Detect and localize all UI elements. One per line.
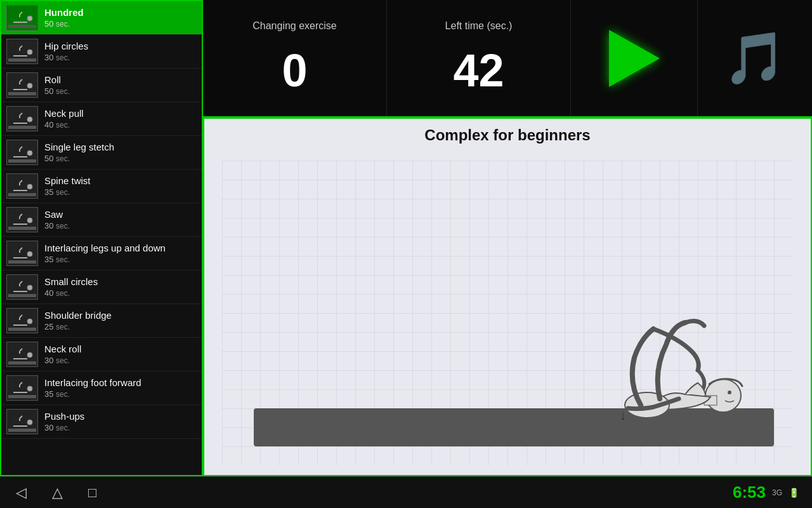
- svg-point-74: [27, 420, 32, 425]
- exercise-info-5: Single leg stetch50 sec.: [44, 142, 197, 163]
- svg-rect-55: [8, 328, 36, 331]
- exercise-item-10[interactable]: Shoulder bridge25 sec.: [1, 304, 202, 338]
- svg-rect-49: [8, 294, 36, 297]
- exercise-info-4: Neck pull40 sec.: [44, 108, 197, 130]
- exercise-duration-11: 30 sec.: [44, 356, 197, 365]
- exercise-name-10: Shoulder bridge: [44, 310, 197, 321]
- svg-point-56: [27, 319, 32, 324]
- exercise-info-9: Small circles40 sec.: [44, 276, 197, 298]
- exercise-display: Complex for beginners: [203, 117, 812, 476]
- exercise-item-3[interactable]: Roll50 sec.: [1, 69, 202, 102]
- exercise-duration-2: 30 sec.: [44, 53, 197, 62]
- nav-buttons: ◁ △ □: [13, 481, 100, 504]
- left-time-value: 42: [453, 44, 504, 97]
- exercise-duration-1: 50 sec.: [44, 19, 197, 29]
- right-panel: Changing exercise 0 Left time (sec.) 42 …: [203, 0, 812, 476]
- svg-rect-7: [8, 58, 36, 62]
- svg-text:↓: ↓: [620, 407, 627, 423]
- play-button[interactable]: [603, 27, 666, 90]
- exercise-item-4[interactable]: Neck pull40 sec.: [1, 102, 202, 136]
- exercise-item-1[interactable]: Hundred50 sec.: [1, 1, 202, 35]
- signal-indicator: 3G: [772, 488, 782, 497]
- svg-rect-37: [8, 227, 36, 230]
- exercise-thumb-4: [6, 106, 38, 131]
- svg-rect-79: [254, 408, 774, 446]
- svg-rect-25: [8, 159, 36, 163]
- status-right: 6:53 3G 🔋: [733, 483, 799, 502]
- exercise-thumb-12: [6, 375, 38, 401]
- music-icon: 🎵: [723, 33, 787, 84]
- exercise-name-9: Small circles: [44, 276, 197, 287]
- exercise-name-11: Neck roll: [44, 344, 197, 354]
- exercise-info-12: Interlacing foot forward35 sec.: [44, 377, 197, 399]
- exercise-duration-3: 50 sec.: [44, 86, 197, 96]
- exercise-thumb-2: [6, 39, 38, 64]
- recent-button[interactable]: □: [85, 481, 100, 504]
- svg-rect-19: [8, 126, 36, 129]
- music-section[interactable]: 🎵: [698, 0, 812, 116]
- svg-point-84: [728, 391, 731, 394]
- status-bar: ◁ △ □ 6:53 3G 🔋: [0, 476, 812, 508]
- exercise-info-3: Roll50 sec.: [44, 74, 197, 96]
- svg-point-14: [27, 83, 32, 88]
- exercise-name-1: Hundred: [44, 7, 197, 18]
- svg-rect-43: [8, 260, 36, 264]
- exercise-item-8[interactable]: Interlacing legs up and down35 sec.: [1, 237, 202, 271]
- exercise-item-2[interactable]: Hip circles30 sec.: [1, 35, 202, 69]
- top-controls: Changing exercise 0 Left time (sec.) 42 …: [203, 0, 812, 117]
- clock: 6:53: [733, 483, 766, 502]
- battery-icon: 🔋: [789, 488, 799, 498]
- exercise-duration-7: 30 sec.: [44, 221, 197, 231]
- exercise-figure: ↓: [222, 161, 793, 465]
- exercise-duration-4: 40 sec.: [44, 120, 197, 130]
- exercise-thumb-7: [6, 207, 38, 232]
- exercise-duration-13: 30 sec.: [44, 423, 197, 432]
- exercise-duration-5: 50 sec.: [44, 154, 197, 163]
- figure-container: ↓: [204, 150, 811, 475]
- back-button[interactable]: ◁: [13, 481, 30, 504]
- svg-point-26: [27, 150, 32, 156]
- svg-point-20: [27, 117, 32, 122]
- home-button[interactable]: △: [49, 481, 66, 504]
- exercise-thumb-1: [6, 5, 38, 30]
- left-time-box: Left time (sec.) 42: [387, 0, 571, 116]
- svg-rect-61: [8, 361, 36, 364]
- exercise-item-6[interactable]: Spine twist35 sec.: [1, 170, 202, 203]
- exercise-info-6: Spine twist35 sec.: [44, 175, 197, 197]
- exercise-title: Complex for beginners: [204, 119, 811, 152]
- changing-exercise-value: 0: [282, 44, 307, 97]
- exercise-info-13: Push-ups30 sec.: [44, 411, 197, 432]
- svg-point-2: [27, 16, 32, 21]
- exercise-info-11: Neck roll30 sec.: [44, 344, 197, 365]
- svg-rect-1: [8, 25, 36, 28]
- svg-point-62: [27, 352, 32, 358]
- exercise-name-5: Single leg stetch: [44, 142, 197, 152]
- exercise-item-11[interactable]: Neck roll30 sec.: [1, 338, 202, 371]
- exercise-item-13[interactable]: Push-ups30 sec.: [1, 405, 202, 439]
- exercise-duration-8: 35 sec.: [44, 255, 197, 264]
- exercise-duration-12: 35 sec.: [44, 389, 197, 399]
- exercise-sidebar: Hundred50 sec. Hip circles30 sec. Roll50…: [0, 0, 203, 476]
- svg-point-44: [27, 251, 32, 257]
- exercise-item-9[interactable]: Small circles40 sec.: [1, 271, 202, 304]
- exercise-info-2: Hip circles30 sec.: [44, 41, 197, 62]
- exercise-thumb-13: [6, 409, 38, 434]
- exercise-item-5[interactable]: Single leg stetch50 sec.: [1, 136, 202, 170]
- exercise-info-7: Saw30 sec.: [44, 209, 197, 231]
- exercise-name-12: Interlacing foot forward: [44, 377, 197, 388]
- exercise-thumb-11: [6, 342, 38, 367]
- exercise-thumb-8: [6, 241, 38, 266]
- svg-rect-13: [8, 92, 36, 95]
- svg-point-32: [27, 184, 32, 189]
- changing-exercise-label: Changing exercise: [252, 20, 337, 32]
- changing-exercise-box: Changing exercise 0: [203, 0, 387, 116]
- exercise-item-7[interactable]: Saw30 sec.: [1, 203, 202, 237]
- exercise-item-12[interactable]: Interlacing foot forward35 sec.: [1, 371, 202, 405]
- left-time-label: Left time (sec.): [445, 20, 513, 32]
- exercise-thumb-5: [6, 140, 38, 165]
- svg-point-38: [27, 218, 32, 223]
- exercise-name-7: Saw: [44, 209, 197, 220]
- play-triangle-icon: [609, 30, 660, 87]
- exercise-thumb-10: [6, 308, 38, 333]
- exercise-name-4: Neck pull: [44, 108, 197, 119]
